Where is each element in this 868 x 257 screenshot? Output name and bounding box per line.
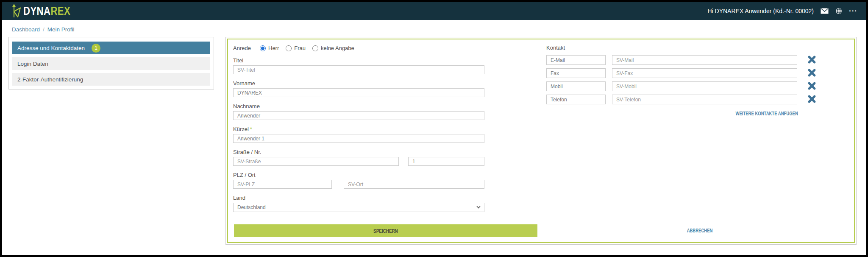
remove-contact-button[interactable]	[807, 95, 816, 104]
kontakt-value-input[interactable]	[612, 81, 797, 91]
plz-ort-label: PLZ / Ort	[233, 172, 484, 178]
sidebar-item-adresse-und-kontaktdaten[interactable]: Adresse und Kontaktdaten 1	[12, 42, 210, 54]
titel-field-group: Titel	[233, 57, 484, 74]
anrede-label: Anrede	[233, 45, 260, 51]
vorname-input[interactable]	[233, 88, 484, 97]
close-icon	[807, 55, 816, 65]
land-select[interactable]: Deutschland	[233, 203, 484, 212]
close-icon	[807, 68, 816, 78]
globe-icon[interactable]	[835, 8, 842, 14]
vorname-label: Vorname	[233, 80, 484, 87]
remove-contact-button[interactable]	[807, 82, 816, 91]
hausnummer-input[interactable]	[408, 157, 484, 166]
sidebar-item-label: Login Daten	[17, 61, 48, 67]
plz-ort-field-group: PLZ / Ort	[233, 172, 484, 189]
plz-input[interactable]	[233, 180, 332, 189]
kontakt-value-input[interactable]	[612, 95, 797, 104]
form-inner-container: Anrede Herr Frau keine Angabe	[227, 39, 855, 243]
user-greeting: Hi DYNAREX Anwender (Kd.-Nr. 00002)	[707, 8, 814, 14]
strasse-nr-field-group: Straße / Nr.	[233, 149, 484, 166]
kontakt-type-input[interactable]	[546, 55, 606, 65]
nachname-label: Nachname	[233, 103, 484, 109]
close-icon	[807, 81, 816, 92]
remove-contact-button[interactable]	[807, 69, 816, 78]
profile-section-sidebar: Adresse und Kontaktdaten 1 Login Daten 2…	[8, 37, 214, 89]
kuerzel-input[interactable]	[233, 134, 484, 143]
land-field-group: Land Deutschland	[233, 195, 484, 212]
dynarex-logo[interactable]: DYNAREX	[11, 2, 81, 20]
kontakt-value-input[interactable]	[612, 55, 797, 65]
breadcrumb-separator: /	[43, 26, 45, 33]
kontakt-row-fax	[546, 68, 816, 78]
kontakt-value-input[interactable]	[612, 68, 797, 78]
kontakt-column: Kontakt	[546, 45, 816, 117]
kontakt-row-email	[546, 55, 816, 65]
vorname-field-group: Vorname	[233, 80, 484, 97]
top-header-bar: DYNAREX Hi DYNAREX Anwender (Kd.-Nr. 000…	[2, 2, 866, 20]
kontakt-type-input[interactable]	[546, 95, 606, 104]
nachname-input[interactable]	[233, 111, 484, 120]
address-form-column: Anrede Herr Frau keine Angabe	[233, 45, 484, 218]
anrede-radio-group: Herr Frau keine Angabe	[260, 45, 354, 51]
titel-label: Titel	[233, 57, 484, 64]
profile-form-panel: Anrede Herr Frau keine Angabe	[225, 37, 857, 245]
remove-contact-button[interactable]	[807, 56, 816, 65]
required-asterisk: *	[250, 126, 252, 132]
land-label: Land	[233, 195, 484, 201]
more-icon[interactable]: ···	[849, 9, 857, 13]
radio-option-keine-angabe[interactable]: keine Angabe	[312, 45, 354, 51]
sidebar-item-2-faktor-authentifizierung[interactable]: 2-Faktor-Authentifizierung	[12, 73, 210, 86]
save-button[interactable]: SPEICHERN	[234, 224, 537, 237]
logo-text: DYNAREX	[23, 2, 70, 20]
nachname-field-group: Nachname	[233, 103, 484, 120]
kontakt-label: Kontakt	[546, 45, 816, 51]
radio-option-herr[interactable]: Herr	[260, 45, 279, 51]
kontakt-row-mobil	[546, 81, 816, 91]
frau-radio[interactable]	[286, 45, 292, 51]
sidebar-item-label: 2-Faktor-Authentifizierung	[17, 76, 83, 83]
add-contact-row: WEITERE KONTAKTE ANFÜGEN	[546, 109, 816, 117]
kuerzel-label: Kürzel*	[233, 126, 484, 132]
breadcrumb-current-page: Mein Profil	[47, 26, 75, 33]
add-contact-link[interactable]: WEITERE KONTAKTE ANFÜGEN	[736, 111, 798, 117]
dynarex-logo-icon	[11, 3, 22, 19]
step-badge: 1	[92, 44, 100, 53]
kontakt-row-telefon	[546, 95, 816, 104]
cancel-button[interactable]: ABBRECHEN	[683, 228, 717, 234]
keine-angabe-radio[interactable]	[312, 45, 318, 51]
herr-radio[interactable]	[260, 45, 266, 51]
kuerzel-field-group: Kürzel*	[233, 126, 484, 143]
strasse-nr-label: Straße / Nr.	[233, 149, 484, 155]
ort-input[interactable]	[344, 180, 484, 189]
breadcrumb: Dashboard / Mein Profil	[12, 26, 75, 33]
kontakt-type-input[interactable]	[546, 68, 606, 78]
mail-icon[interactable]	[821, 8, 829, 14]
strasse-input[interactable]	[233, 157, 399, 166]
breadcrumb-dashboard-link[interactable]: Dashboard	[12, 26, 40, 33]
app-window: DYNAREX Hi DYNAREX Anwender (Kd.-Nr. 000…	[2, 2, 866, 255]
radio-option-frau[interactable]: Frau	[286, 45, 306, 51]
anrede-field-row: Anrede Herr Frau keine Angabe	[233, 45, 484, 52]
sidebar-item-login-daten[interactable]: Login Daten	[12, 57, 210, 70]
sidebar-item-label: Adresse und Kontaktdaten	[17, 45, 85, 51]
close-icon	[807, 95, 816, 105]
kontakt-type-input[interactable]	[546, 81, 606, 91]
titel-input[interactable]	[233, 65, 484, 74]
